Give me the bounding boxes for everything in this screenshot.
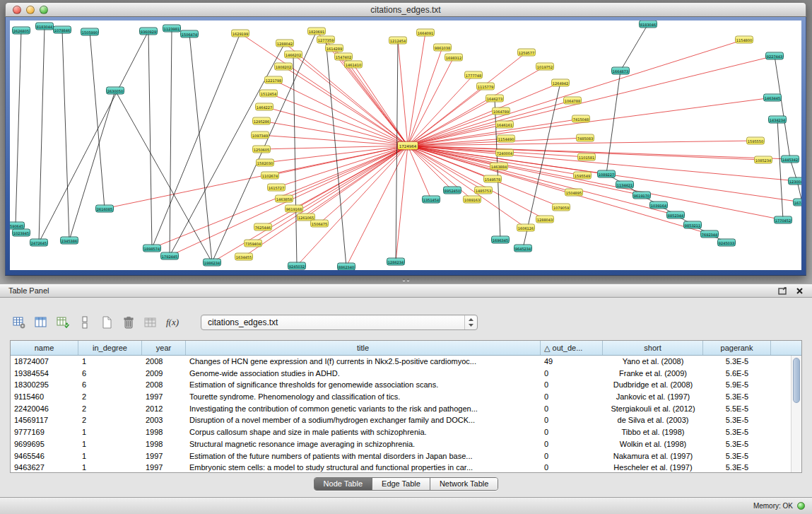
table-row[interactable]: 911546021997Tourette syndrome. Phenomeno… <box>11 391 791 403</box>
scrollbar-thumb[interactable] <box>793 358 800 403</box>
graph-node[interactable]: 1089163 <box>463 196 481 204</box>
graph-node[interactable]: 2630050 <box>106 87 124 95</box>
graph-node[interactable]: 1582030 <box>256 159 274 167</box>
graph-node[interactable]: 9619168 <box>285 205 303 213</box>
table-mode-icon[interactable] <box>10 314 28 331</box>
graph-node[interactable]: 1614289 <box>325 45 343 52</box>
graph-node[interactable]: 9853211 <box>683 221 702 229</box>
graph-node[interactable]: 1123981 <box>163 25 181 33</box>
graph-node[interactable]: 1463858 <box>275 195 293 203</box>
graph-node[interactable]: 1264942 <box>551 79 570 87</box>
graph-node[interactable]: 1646161 <box>495 121 514 129</box>
graph-node[interactable]: 1101581 <box>577 153 596 161</box>
close-panel-icon[interactable] <box>796 287 804 295</box>
graph-node[interactable]: 1898574 <box>143 245 161 252</box>
column-header[interactable]: △ out_de... <box>541 341 603 355</box>
graph-node[interactable]: 7359404 <box>244 240 262 247</box>
delete-table-icon[interactable] <box>119 314 138 331</box>
graph-node[interactable]: 2626805 <box>12 27 30 35</box>
graph-node[interactable]: 1466202 <box>284 51 302 59</box>
graph-node[interactable]: 1351454 <box>422 196 440 204</box>
graph-node[interactable]: 1445342 <box>781 156 799 163</box>
graph-node[interactable]: 1079059 <box>552 204 570 211</box>
graph-node[interactable]: 8862340 <box>337 263 355 271</box>
function-builder-icon[interactable]: f(x) <box>163 314 182 331</box>
graph-node[interactable]: 9360929 <box>139 28 158 35</box>
table-row[interactable]: 977716911998Corpus callosum shape and si… <box>11 426 791 438</box>
table-row[interactable]: 1872400712008Changes of HCN gene express… <box>11 356 791 368</box>
graph-node[interactable]: 1634455 <box>235 253 253 261</box>
graph-node[interactable]: 1039164 <box>649 201 668 209</box>
network-canvas[interactable]: 2626805818304410798461505990936092911239… <box>10 21 801 270</box>
graph-node[interactable]: 1079846 <box>53 26 71 34</box>
graph-node[interactable]: 8183046 <box>639 21 657 28</box>
import-table-icon[interactable] <box>141 314 160 331</box>
graph-node[interactable]: 1134421 <box>616 181 634 189</box>
column-header[interactable]: name <box>11 341 78 355</box>
table-row[interactable]: 1830029562008Estimation of significance … <box>11 379 791 391</box>
column-header[interactable]: in_degree <box>78 341 142 355</box>
row-height-icon[interactable] <box>76 314 94 331</box>
graph-node[interactable]: 1595549 <box>573 172 592 180</box>
graph-node[interactable]: 1506475 <box>310 220 329 228</box>
graph-node[interactable]: 1512454 <box>259 90 278 98</box>
graph-node[interactable]: 7692344 <box>700 230 719 238</box>
graph-node[interactable]: 1664873 <box>611 67 630 75</box>
graph-node[interactable]: 1646273 <box>486 95 504 103</box>
graph-node[interactable]: 9861038 <box>433 44 452 52</box>
graph-node[interactable]: 1698312 <box>445 54 463 62</box>
zoom-window-button[interactable] <box>40 6 48 14</box>
graph-node[interactable]: 9245032 <box>288 262 306 270</box>
graph-node[interactable]: 1023945 <box>12 229 30 237</box>
graph-node[interactable]: 1770452 <box>774 216 792 224</box>
graph-node[interactable]: 1463445 <box>763 94 782 102</box>
graph-node[interactable]: 2345386 <box>60 237 78 245</box>
graph-node[interactable]: 1115779 <box>476 83 495 90</box>
tab-network-table[interactable]: Network Table <box>430 478 498 490</box>
graph-node[interactable]: 1464227 <box>255 103 273 111</box>
column-header[interactable]: pagerank <box>703 341 771 355</box>
table-row[interactable]: 2242004622012Investigating the contribut… <box>11 403 791 415</box>
create-column-icon[interactable] <box>54 314 72 331</box>
graph-node[interactable]: 1250605 <box>252 146 271 153</box>
graph-node[interactable]: 1777748 <box>464 71 483 79</box>
minimize-window-button[interactable] <box>26 6 35 14</box>
graph-node[interactable]: 1820691 <box>307 28 326 35</box>
float-panel-icon[interactable] <box>778 287 787 295</box>
graph-node[interactable]: 1615727 <box>267 184 286 192</box>
panel-splitter[interactable] <box>0 276 812 284</box>
graph-node[interactable]: 1259577 <box>517 49 536 57</box>
window-titlebar[interactable]: citations_edges.txt <box>5 2 806 17</box>
graph-node[interactable]: 1808202 <box>274 63 293 71</box>
graph-node[interactable]: 1504895 <box>565 189 583 197</box>
graph-node[interactable]: 1547402 <box>334 53 353 61</box>
graph-node[interactable]: 1085234 <box>754 156 772 164</box>
graph-node[interactable]: 1463884 <box>490 163 508 170</box>
graph-node[interactable]: 1696345 <box>491 236 510 244</box>
graph-node[interactable]: 1505990 <box>81 28 99 36</box>
graph-node[interactable]: 9245033 <box>717 239 736 247</box>
graph-node[interactable]: 1089227 <box>597 170 616 178</box>
graph-node[interactable]: 1288043 <box>536 216 554 223</box>
new-table-icon[interactable] <box>98 314 116 331</box>
graph-node[interactable]: 1549578 <box>483 175 502 183</box>
graph-node[interactable]: 1606126 <box>517 224 535 232</box>
graph-node[interactable]: 1629199 <box>231 30 249 37</box>
vertical-scrollbar[interactable] <box>791 356 801 472</box>
table-row[interactable]: 946554611997Estimation of the future num… <box>11 450 791 462</box>
graph-node[interactable]: 1664091 <box>416 29 435 37</box>
graph-node[interactable]: 1221798 <box>264 76 283 84</box>
graph-node[interactable]: 1461410 <box>344 61 363 69</box>
graph-node[interactable]: 1986234 <box>203 259 221 267</box>
graph-node[interactable]: 1154800 <box>735 36 753 44</box>
column-header[interactable]: short <box>603 341 703 355</box>
column-header[interactable]: title <box>186 341 541 355</box>
graph-node[interactable]: 8183044 <box>35 23 54 30</box>
close-window-button[interactable] <box>13 6 21 14</box>
graph-node[interactable]: 1286234 <box>387 258 405 266</box>
graph-node[interactable]: 7485083 <box>576 134 594 142</box>
graph-hub-node[interactable]: 1724964 <box>397 141 418 151</box>
graph-node[interactable]: 8852344 <box>666 211 685 219</box>
graph-node[interactable]: 1485753 <box>474 187 493 194</box>
graph-node[interactable]: 1064789 <box>492 107 510 115</box>
